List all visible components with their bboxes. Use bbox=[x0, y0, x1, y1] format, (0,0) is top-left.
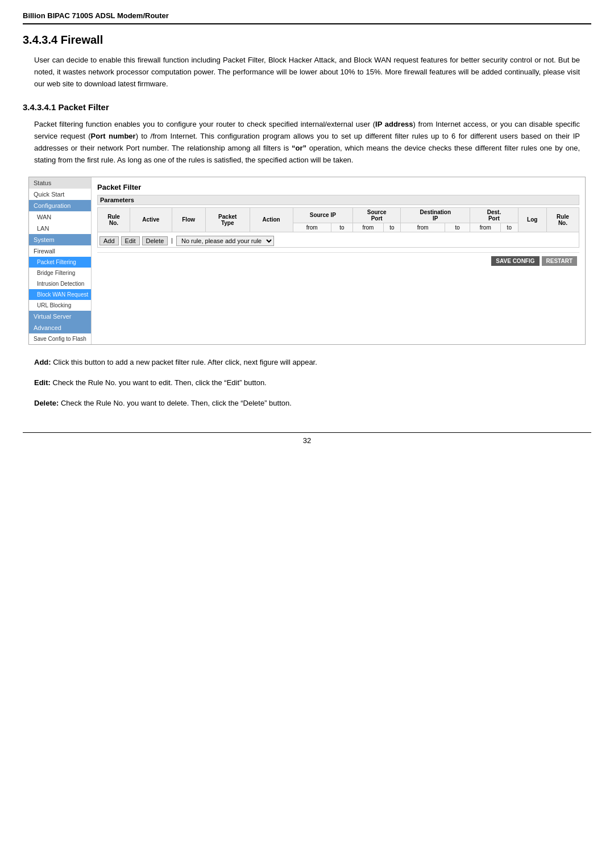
delete-text: Check the Rule No. you want to delete. T… bbox=[59, 399, 291, 407]
edit-button[interactable]: Edit bbox=[121, 236, 140, 245]
separator: | bbox=[171, 237, 173, 244]
source-port-to: to bbox=[383, 223, 400, 232]
main-panel: Packet Filter Parameters RuleNo. Active … bbox=[92, 177, 585, 344]
sidebar: Status Quick Start Configuration WAN LAN… bbox=[29, 177, 92, 344]
section-title: 3.4.3.4 Firewall bbox=[23, 34, 591, 47]
subsection-title: 3.4.3.4.1 Packet Filter bbox=[23, 102, 591, 112]
col-source-ip: Source IP bbox=[293, 207, 353, 223]
parameters-label: Parameters bbox=[97, 195, 579, 205]
page-number: 32 bbox=[303, 436, 311, 445]
dest-ip-to: to bbox=[445, 223, 470, 232]
col-dest-port: Dest.Port bbox=[470, 207, 518, 223]
save-config-button[interactable]: SAVE CONFIG bbox=[491, 256, 539, 266]
sidebar-item-quickstart[interactable]: Quick Start bbox=[29, 189, 91, 200]
dest-port-from: from bbox=[470, 223, 501, 232]
action-row-tr: Add Edit Delete | No rule, please add yo… bbox=[98, 232, 579, 247]
restart-button[interactable]: RESTART bbox=[542, 256, 577, 266]
sidebar-item-url-blocking[interactable]: URL Blocking bbox=[29, 300, 91, 311]
col-flow: Flow bbox=[172, 207, 205, 232]
rule-dropdown[interactable]: No rule, please add your rule bbox=[176, 236, 274, 246]
header-title: Billion BIPAC 7100S ADSL Modem/Router bbox=[23, 11, 169, 20]
delete-label: Delete: bbox=[34, 399, 59, 407]
col-dest-ip: DestinationIP bbox=[401, 207, 470, 223]
source-port-from: from bbox=[353, 223, 384, 232]
add-text: Click this button to add a new packet fi… bbox=[51, 358, 317, 366]
col-packet-type: PacketType bbox=[205, 207, 250, 232]
source-ip-from: from bbox=[293, 223, 331, 232]
section-intro: User can decide to enable this firewall … bbox=[23, 55, 591, 90]
sidebar-item-system[interactable]: System bbox=[29, 234, 91, 245]
col-log: Log bbox=[518, 207, 546, 232]
sidebar-item-firewall[interactable]: Firewall bbox=[29, 245, 91, 257]
panel-title: Packet Filter bbox=[97, 183, 579, 191]
col-active: Active bbox=[130, 207, 172, 232]
page-footer: 32 bbox=[23, 432, 591, 445]
col-source-port: SourcePort bbox=[353, 207, 401, 223]
source-ip-to: to bbox=[331, 223, 352, 232]
edit-label: Edit: bbox=[34, 378, 51, 387]
description-add: Add: Click this button to add a new pack… bbox=[34, 356, 580, 369]
table-header-row: RuleNo. Active Flow PacketType Action So… bbox=[98, 207, 579, 223]
packet-filter-table: RuleNo. Active Flow PacketType Action So… bbox=[97, 207, 579, 248]
page-header: Billion BIPAC 7100S ADSL Modem/Router bbox=[23, 11, 591, 24]
sidebar-item-bridge-filtering[interactable]: Bridge Filtering bbox=[29, 268, 91, 278]
col-action: Action bbox=[250, 207, 293, 232]
add-label: Add: bbox=[34, 358, 51, 366]
col-rule-no2: RuleNo. bbox=[546, 207, 579, 232]
description-delete: Delete: Check the Rule No. you want to d… bbox=[34, 397, 580, 410]
sidebar-item-status[interactable]: Status bbox=[29, 177, 91, 189]
sidebar-item-virtual-server[interactable]: Virtual Server bbox=[29, 311, 91, 322]
sidebar-item-block-wan[interactable]: Block WAN Request bbox=[29, 289, 91, 300]
col-rule-no: RuleNo. bbox=[98, 207, 130, 232]
delete-button[interactable]: Delete bbox=[142, 236, 168, 245]
dest-port-to: to bbox=[501, 223, 518, 232]
sidebar-item-packet-filtering[interactable]: Packet Filtering bbox=[29, 257, 91, 268]
subsection-intro: Packet filtering function enables you to… bbox=[23, 119, 591, 166]
sidebar-item-configuration[interactable]: Configuration bbox=[29, 200, 91, 211]
sidebar-item-save-config[interactable]: Save Config to Flash bbox=[29, 333, 91, 344]
description-edit: Edit: Check the Rule No. you want to edi… bbox=[34, 377, 580, 389]
dest-ip-from: from bbox=[401, 223, 445, 232]
bottom-bar: SAVE CONFIG RESTART bbox=[97, 252, 579, 268]
sidebar-item-wan[interactable]: WAN bbox=[29, 211, 91, 223]
edit-text: Check the Rule No. you want to edit. The… bbox=[51, 378, 267, 387]
sidebar-item-lan[interactable]: LAN bbox=[29, 223, 91, 234]
action-row: Add Edit Delete | No rule, please add yo… bbox=[99, 236, 577, 246]
add-button[interactable]: Add bbox=[99, 236, 119, 245]
sidebar-item-advanced[interactable]: Advanced bbox=[29, 322, 91, 333]
sidebar-item-intrusion-detection[interactable]: Intrusion Detection bbox=[29, 278, 91, 289]
router-ui: Status Quick Start Configuration WAN LAN… bbox=[28, 177, 586, 345]
